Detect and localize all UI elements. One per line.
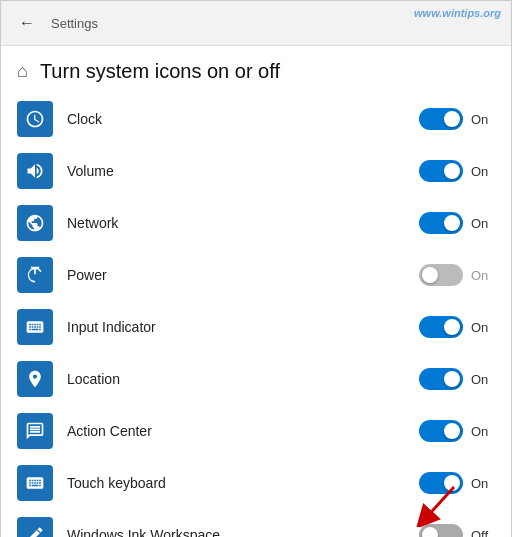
back-button[interactable]: ← [13, 9, 41, 37]
location-icon [25, 369, 45, 389]
touch-keyboard-icon [25, 473, 45, 493]
window-title: Settings [51, 16, 98, 31]
clock-toggle-thumb [444, 111, 460, 127]
network-label: Network [67, 215, 419, 231]
clock-toggle-label: On [471, 112, 495, 127]
input-indicator-toggle-thumb [444, 319, 460, 335]
svg-line-1 [424, 487, 454, 520]
clock-label: Clock [67, 111, 419, 127]
network-toggle[interactable] [419, 212, 463, 234]
input-indicator-icon-box [17, 309, 53, 345]
volume-toggle-container: On [419, 160, 495, 182]
watermark-top: www.wintips.org [414, 7, 501, 19]
power-icon-box [17, 257, 53, 293]
location-label: Location [67, 371, 419, 387]
location-icon-box [17, 361, 53, 397]
volume-toggle-label: On [471, 164, 495, 179]
action-center-icon-box [17, 413, 53, 449]
touch-keyboard-label: Touch keyboard [67, 475, 419, 491]
settings-item-input-indicator: Input Indicator On [1, 301, 511, 353]
settings-item-network: Network On [1, 197, 511, 249]
clock-toggle-container: On [419, 108, 495, 130]
settings-item-touch-keyboard: Touch keyboard On [1, 457, 511, 509]
input-indicator-icon [25, 317, 45, 337]
location-toggle-label: On [471, 372, 495, 387]
volume-icon [25, 161, 45, 181]
windows-ink-icon [25, 525, 45, 537]
settings-item-action-center: Action Center On [1, 405, 511, 457]
network-icon-box [17, 205, 53, 241]
touch-keyboard-toggle-label: On [471, 476, 495, 491]
settings-item-volume: Volume On [1, 145, 511, 197]
action-center-toggle[interactable] [419, 420, 463, 442]
red-arrow-annotation [399, 482, 459, 531]
location-toggle-thumb [444, 371, 460, 387]
input-indicator-toggle-label: On [471, 320, 495, 335]
volume-toggle-thumb [444, 163, 460, 179]
power-icon [25, 265, 45, 285]
power-toggle[interactable] [419, 264, 463, 286]
power-toggle-thumb [422, 267, 438, 283]
page-header: ⌂ Turn system icons on or off [1, 46, 511, 93]
location-toggle[interactable] [419, 368, 463, 390]
settings-list: Clock On Volume On [1, 93, 511, 537]
page-title: Turn system icons on or off [40, 60, 280, 83]
volume-label: Volume [67, 163, 419, 179]
action-center-toggle-thumb [444, 423, 460, 439]
action-center-label: Action Center [67, 423, 419, 439]
settings-item-location: Location On [1, 353, 511, 405]
clock-icon-box [17, 101, 53, 137]
volume-icon-box [17, 153, 53, 189]
action-center-toggle-label: On [471, 424, 495, 439]
location-toggle-container: On [419, 368, 495, 390]
input-indicator-toggle[interactable] [419, 316, 463, 338]
settings-item-clock: Clock On [1, 93, 511, 145]
windows-ink-toggle-label: Off [471, 528, 495, 538]
touch-keyboard-icon-box [17, 465, 53, 501]
action-center-toggle-container: On [419, 420, 495, 442]
clock-icon [25, 109, 45, 129]
power-label: Power [67, 267, 419, 283]
power-toggle-container: On [419, 264, 495, 286]
action-center-icon [25, 421, 45, 441]
clock-toggle[interactable] [419, 108, 463, 130]
settings-window: ← Settings www.wintips.org ⌂ Turn system… [0, 0, 512, 537]
network-toggle-thumb [444, 215, 460, 231]
network-toggle-label: On [471, 216, 495, 231]
windows-ink-label: Windows Ink Workspace [67, 527, 419, 537]
windows-ink-icon-box [17, 517, 53, 537]
power-toggle-label: On [471, 268, 495, 283]
home-icon[interactable]: ⌂ [17, 61, 28, 82]
input-indicator-toggle-container: On [419, 316, 495, 338]
title-bar: ← Settings www.wintips.org [1, 1, 511, 46]
volume-toggle[interactable] [419, 160, 463, 182]
network-toggle-container: On [419, 212, 495, 234]
input-indicator-label: Input Indicator [67, 319, 419, 335]
network-icon [25, 213, 45, 233]
settings-item-power: Power On [1, 249, 511, 301]
